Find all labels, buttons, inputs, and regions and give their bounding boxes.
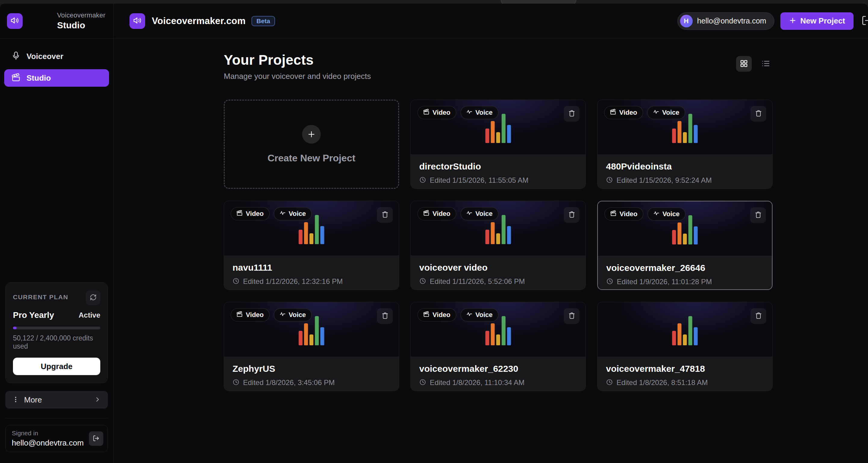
main-panel: Your Projects Manage your voiceover and …: [114, 38, 868, 463]
header-logout-button[interactable]: [861, 15, 868, 27]
video-badge-label: Video: [433, 210, 451, 218]
project-edited: Edited 1/8/2026, 8:51:18 AM: [617, 378, 708, 387]
thumbnail-bar: [507, 125, 511, 143]
thumbnail-bar: [299, 230, 303, 244]
video-badge-label: Video: [246, 311, 264, 319]
thumbnail-bar: [299, 331, 303, 345]
clock-icon: [606, 176, 613, 185]
edited-row: Edited 1/8/2026, 8:51:18 AM: [606, 378, 764, 387]
header-actions: H hello@ondevtra.com New Project: [677, 12, 868, 30]
logout-icon: [93, 435, 99, 442]
header-logo[interactable]: [129, 13, 145, 29]
card-info: 480Pvideoinsta Edited 1/15/2026, 9:52:24…: [597, 155, 772, 189]
voice-badge: Voice: [274, 207, 312, 220]
video-badge-label: Video: [433, 311, 451, 319]
thumbnail-bar: [678, 323, 682, 345]
sidebar-nav: Voiceover Studio: [0, 38, 113, 87]
delete-project-button[interactable]: [750, 308, 766, 324]
logout-icon: [861, 15, 868, 27]
video-badge: Video: [604, 106, 643, 119]
project-card[interactable]: Video Voice ZephyrUS: [224, 302, 399, 391]
trash-icon: [755, 312, 762, 320]
clapperboard-icon: [237, 311, 243, 319]
voice-badge-label: Voice: [475, 210, 493, 218]
video-badge-label: Video: [433, 109, 451, 117]
waveform-icon: [279, 210, 286, 218]
microphone-icon: [11, 51, 21, 61]
brand-product: Studio: [57, 20, 105, 30]
video-badge-label: Video: [619, 109, 637, 117]
upgrade-button[interactable]: Upgrade: [13, 358, 100, 375]
sidebar-item-label: Studio: [27, 73, 51, 83]
project-thumbnail: Video Voice: [224, 302, 399, 357]
delete-project-button[interactable]: [750, 106, 766, 122]
clock-icon: [232, 277, 240, 286]
project-card[interactable]: Video Voice navu1111: [224, 201, 399, 290]
list-view-button[interactable]: [758, 56, 773, 72]
edited-row: Edited 1/8/2026, 11:10:34 AM: [419, 378, 577, 387]
thumbnail-bar: [672, 230, 676, 244]
clock-icon: [419, 176, 426, 185]
delete-project-button[interactable]: [564, 207, 580, 223]
user-account-pill[interactable]: H hello@ondevtra.com: [677, 12, 775, 30]
voice-badge-label: Voice: [475, 311, 493, 319]
thumbnail-bar: [491, 222, 495, 244]
create-card-label: Create New Project: [268, 153, 355, 164]
sign-out-button[interactable]: [89, 431, 103, 446]
delete-project-button[interactable]: [377, 207, 393, 223]
thumbnail-bar: [320, 327, 324, 345]
card-info: voiceovermaker_47818 Edited 1/8/2026, 8:…: [597, 357, 772, 391]
delete-project-button[interactable]: [564, 106, 580, 122]
project-name: navu1111: [232, 263, 390, 273]
project-card[interactable]: Video Voice directorStudio: [410, 100, 586, 189]
thumbnail-bar: [678, 223, 682, 244]
voice-badge: Voice: [461, 106, 498, 119]
project-card[interactable]: Video Voice voiceover video: [410, 201, 586, 290]
project-edited: Edited 1/8/2026, 3:45:06 PM: [243, 378, 335, 387]
browser-chrome-strip: [0, 0, 868, 4]
video-badge: Video: [231, 308, 270, 322]
app-logo[interactable]: [7, 13, 23, 29]
card-info: voiceover video Edited 1/11/2026, 5:52:0…: [411, 256, 586, 290]
create-new-project-card[interactable]: Create New Project: [224, 100, 399, 189]
thumbnail-bar: [486, 129, 489, 143]
grid-view-button[interactable]: [736, 56, 752, 72]
project-card[interactable]: voiceovermaker_47818 Edited 1/8/2026, 8:…: [597, 302, 773, 391]
top-header: Voiceovermaker.com Beta H hello@ondevtra…: [114, 4, 868, 38]
thumbnail-bar: [694, 327, 698, 345]
more-label: More: [24, 395, 42, 405]
new-project-button[interactable]: New Project: [780, 12, 854, 30]
thumbnail-bar: [315, 316, 319, 345]
user-email: hello@ondevtra.com: [697, 16, 767, 25]
clapperboard-icon: [423, 109, 430, 117]
app-window: Voiceovermaker Studio Voiceover Studio: [0, 0, 868, 463]
project-thumbnail: Video Voice: [597, 100, 772, 155]
sidebar-item-voiceover[interactable]: Voiceover: [4, 47, 109, 65]
project-card[interactable]: Video Voice voiceovermaker_62230: [410, 302, 586, 391]
project-card[interactable]: Video Voice 480Pvideoinsta: [597, 100, 773, 189]
thumbnail-bar: [304, 323, 308, 345]
project-thumbnail: Video Voice: [224, 201, 399, 256]
clock-icon: [232, 379, 240, 387]
current-plan-card: CURRENT PLAN Pro Yearly Active: [5, 283, 108, 383]
refresh-plan-button[interactable]: [86, 291, 100, 305]
more-button[interactable]: More: [5, 391, 108, 408]
delete-project-button[interactable]: [750, 207, 766, 223]
signed-in-label: Signed in: [12, 430, 84, 437]
waveform-icon: [653, 109, 659, 117]
waveform-icon: [466, 311, 472, 319]
project-card[interactable]: Video Voice voiceovermaker_26646: [597, 201, 773, 290]
card-info: voiceovermaker_26646 Edited 1/9/2026, 11…: [598, 256, 772, 290]
delete-project-button[interactable]: [564, 308, 580, 324]
beta-badge: Beta: [251, 16, 275, 26]
waveform-icon: [466, 109, 472, 117]
card-badges: Video Voice: [231, 207, 312, 220]
delete-project-button[interactable]: [377, 308, 393, 324]
thumbnail-bar: [502, 316, 506, 345]
sidebar-item-studio[interactable]: Studio: [4, 69, 109, 87]
edited-row: Edited 1/11/2026, 5:52:06 PM: [419, 277, 577, 286]
view-toggle: [736, 56, 773, 72]
clock-icon: [419, 277, 426, 286]
sidebar-header: Voiceovermaker Studio: [0, 4, 113, 38]
clapperboard-icon: [11, 73, 21, 83]
